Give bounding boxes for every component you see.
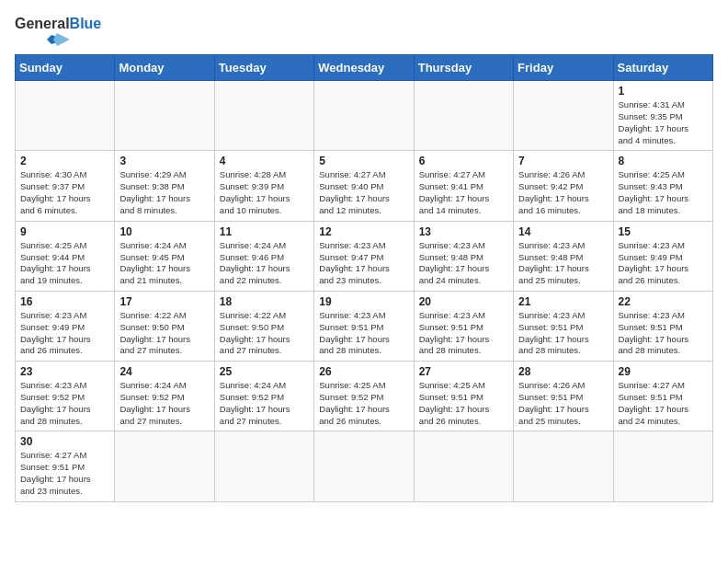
day-number: 24 xyxy=(119,365,209,378)
day-number: 10 xyxy=(119,225,209,238)
calendar-cell: 8Sunrise: 4:25 AM Sunset: 9:43 PM Daylig… xyxy=(613,151,712,221)
calendar-cell: 4Sunrise: 4:28 AM Sunset: 9:39 PM Daylig… xyxy=(214,151,313,221)
calendar-cell xyxy=(214,81,313,151)
day-info: Sunrise: 4:26 AM Sunset: 9:42 PM Dayligh… xyxy=(518,169,608,216)
calendar-cell xyxy=(115,81,214,151)
calendar-cell: 25Sunrise: 4:24 AM Sunset: 9:52 PM Dayli… xyxy=(214,362,313,431)
day-info: Sunrise: 4:23 AM Sunset: 9:52 PM Dayligh… xyxy=(20,380,109,427)
calendar-cell: 27Sunrise: 4:25 AM Sunset: 9:51 PM Dayli… xyxy=(414,362,513,431)
day-info: Sunrise: 4:27 AM Sunset: 9:41 PM Dayligh… xyxy=(419,169,508,216)
day-info: Sunrise: 4:24 AM Sunset: 9:46 PM Dayligh… xyxy=(220,240,309,287)
calendar-cell: 16Sunrise: 4:23 AM Sunset: 9:49 PM Dayli… xyxy=(16,291,115,361)
calendar-cell xyxy=(514,81,613,151)
col-header-sunday: Sunday xyxy=(16,55,115,81)
day-number: 29 xyxy=(619,365,708,378)
col-header-saturday: Saturday xyxy=(613,55,712,81)
week-row-6: 30Sunrise: 4:27 AM Sunset: 9:51 PM Dayli… xyxy=(16,431,713,501)
col-header-thursday: Thursday xyxy=(414,55,513,81)
day-number: 18 xyxy=(220,295,309,308)
day-info: Sunrise: 4:23 AM Sunset: 9:48 PM Dayligh… xyxy=(419,240,508,287)
calendar-cell: 21Sunrise: 4:23 AM Sunset: 9:51 PM Dayli… xyxy=(514,291,613,361)
calendar-cell: 26Sunrise: 4:25 AM Sunset: 9:52 PM Dayli… xyxy=(314,362,414,431)
week-row-2: 2Sunrise: 4:30 AM Sunset: 9:37 PM Daylig… xyxy=(16,151,713,221)
calendar-cell: 22Sunrise: 4:23 AM Sunset: 9:51 PM Dayli… xyxy=(613,291,712,361)
day-number: 9 xyxy=(20,225,109,238)
day-number: 26 xyxy=(319,365,408,378)
day-info: Sunrise: 4:24 AM Sunset: 9:45 PM Dayligh… xyxy=(119,240,209,287)
day-number: 20 xyxy=(419,295,508,308)
day-number: 22 xyxy=(619,295,708,308)
day-number: 17 xyxy=(119,295,209,308)
calendar-table: SundayMondayTuesdayWednesdayThursdayFrid… xyxy=(15,54,713,502)
week-row-1: 1Sunrise: 4:31 AM Sunset: 9:35 PM Daylig… xyxy=(16,81,713,151)
day-info: Sunrise: 4:22 AM Sunset: 9:50 PM Dayligh… xyxy=(119,310,209,357)
day-info: Sunrise: 4:24 AM Sunset: 9:52 PM Dayligh… xyxy=(220,380,309,427)
day-info: Sunrise: 4:27 AM Sunset: 9:40 PM Dayligh… xyxy=(319,169,408,216)
day-info: Sunrise: 4:25 AM Sunset: 9:51 PM Dayligh… xyxy=(419,380,508,427)
calendar-cell xyxy=(613,431,712,501)
day-number: 25 xyxy=(220,365,309,378)
day-info: Sunrise: 4:26 AM Sunset: 9:51 PM Dayligh… xyxy=(518,380,608,427)
day-info: Sunrise: 4:23 AM Sunset: 9:51 PM Dayligh… xyxy=(619,310,708,357)
day-number: 7 xyxy=(518,155,608,167)
calendar-cell: 14Sunrise: 4:23 AM Sunset: 9:48 PM Dayli… xyxy=(514,221,613,291)
day-number: 8 xyxy=(619,155,708,167)
day-number: 14 xyxy=(518,225,608,238)
calendar-cell: 9Sunrise: 4:25 AM Sunset: 9:44 PM Daylig… xyxy=(16,221,115,291)
page-header: GeneralBlue xyxy=(15,15,713,43)
day-number: 12 xyxy=(319,225,408,238)
day-info: Sunrise: 4:23 AM Sunset: 9:48 PM Dayligh… xyxy=(518,240,608,287)
col-header-friday: Friday xyxy=(514,55,613,81)
logo: GeneralBlue xyxy=(15,15,101,43)
day-info: Sunrise: 4:29 AM Sunset: 9:38 PM Dayligh… xyxy=(119,169,209,216)
day-info: Sunrise: 4:27 AM Sunset: 9:51 PM Dayligh… xyxy=(619,380,708,427)
calendar-cell: 30Sunrise: 4:27 AM Sunset: 9:51 PM Dayli… xyxy=(16,431,115,501)
calendar-cell xyxy=(16,81,115,151)
calendar-cell: 19Sunrise: 4:23 AM Sunset: 9:51 PM Dayli… xyxy=(314,291,414,361)
calendar-cell: 15Sunrise: 4:23 AM Sunset: 9:49 PM Dayli… xyxy=(613,221,712,291)
calendar-cell: 29Sunrise: 4:27 AM Sunset: 9:51 PM Dayli… xyxy=(613,362,712,431)
day-number: 13 xyxy=(419,225,508,238)
calendar-cell: 10Sunrise: 4:24 AM Sunset: 9:45 PM Dayli… xyxy=(115,221,214,291)
calendar-cell xyxy=(115,431,214,501)
day-info: Sunrise: 4:24 AM Sunset: 9:52 PM Dayligh… xyxy=(119,380,209,427)
day-info: Sunrise: 4:23 AM Sunset: 9:51 PM Dayligh… xyxy=(518,310,608,357)
day-info: Sunrise: 4:25 AM Sunset: 9:52 PM Dayligh… xyxy=(319,380,408,427)
calendar-cell: 2Sunrise: 4:30 AM Sunset: 9:37 PM Daylig… xyxy=(16,151,115,221)
calendar-cell: 23Sunrise: 4:23 AM Sunset: 9:52 PM Dayli… xyxy=(16,362,115,431)
calendar-cell xyxy=(414,81,513,151)
calendar-cell: 28Sunrise: 4:26 AM Sunset: 9:51 PM Dayli… xyxy=(514,362,613,431)
calendar-cell xyxy=(514,431,613,501)
day-number: 23 xyxy=(20,365,109,378)
calendar-cell: 13Sunrise: 4:23 AM Sunset: 9:48 PM Dayli… xyxy=(414,221,513,291)
day-info: Sunrise: 4:23 AM Sunset: 9:51 PM Dayligh… xyxy=(419,310,508,357)
col-header-wednesday: Wednesday xyxy=(314,55,414,81)
day-info: Sunrise: 4:31 AM Sunset: 9:35 PM Dayligh… xyxy=(619,99,708,146)
day-number: 3 xyxy=(119,155,209,167)
calendar-cell xyxy=(314,431,414,501)
day-number: 21 xyxy=(518,295,608,308)
calendar-cell: 18Sunrise: 4:22 AM Sunset: 9:50 PM Dayli… xyxy=(214,291,313,361)
day-number: 11 xyxy=(220,225,309,238)
day-number: 1 xyxy=(619,85,708,98)
day-number: 15 xyxy=(619,225,708,238)
calendar-header-row: SundayMondayTuesdayWednesdayThursdayFrid… xyxy=(16,55,713,81)
calendar-cell: 24Sunrise: 4:24 AM Sunset: 9:52 PM Dayli… xyxy=(115,362,214,431)
day-number: 2 xyxy=(20,155,109,167)
calendar-cell: 20Sunrise: 4:23 AM Sunset: 9:51 PM Dayli… xyxy=(414,291,513,361)
calendar-cell xyxy=(414,431,513,501)
week-row-3: 9Sunrise: 4:25 AM Sunset: 9:44 PM Daylig… xyxy=(16,221,713,291)
day-info: Sunrise: 4:28 AM Sunset: 9:39 PM Dayligh… xyxy=(220,169,309,216)
day-info: Sunrise: 4:25 AM Sunset: 9:44 PM Dayligh… xyxy=(20,240,109,287)
day-info: Sunrise: 4:23 AM Sunset: 9:49 PM Dayligh… xyxy=(20,310,109,357)
day-number: 28 xyxy=(518,365,608,378)
day-info: Sunrise: 4:23 AM Sunset: 9:49 PM Dayligh… xyxy=(619,240,708,287)
calendar-cell: 11Sunrise: 4:24 AM Sunset: 9:46 PM Dayli… xyxy=(214,221,313,291)
day-info: Sunrise: 4:23 AM Sunset: 9:47 PM Dayligh… xyxy=(319,240,408,287)
day-number: 16 xyxy=(20,295,109,308)
calendar-cell: 7Sunrise: 4:26 AM Sunset: 9:42 PM Daylig… xyxy=(514,151,613,221)
day-number: 5 xyxy=(319,155,408,167)
calendar-cell: 1Sunrise: 4:31 AM Sunset: 9:35 PM Daylig… xyxy=(613,81,712,151)
calendar-cell: 6Sunrise: 4:27 AM Sunset: 9:41 PM Daylig… xyxy=(414,151,513,221)
day-info: Sunrise: 4:25 AM Sunset: 9:43 PM Dayligh… xyxy=(619,169,708,216)
